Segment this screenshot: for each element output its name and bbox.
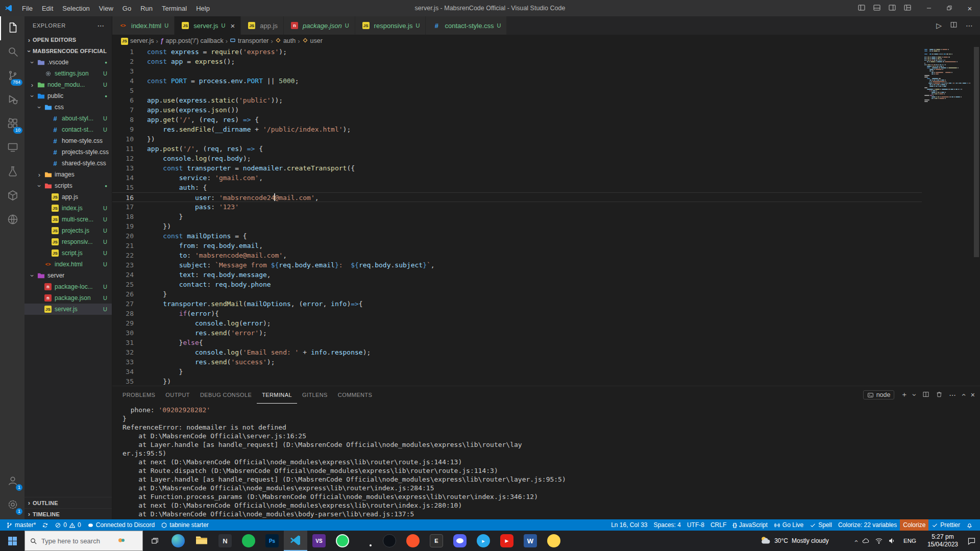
split-terminal-button[interactable] xyxy=(922,391,929,399)
status-encoding[interactable]: UTF-8 xyxy=(684,519,707,531)
folder-public[interactable]: ›public● xyxy=(24,90,112,102)
status-go-live[interactable]: Go Live xyxy=(771,519,806,531)
search-input[interactable] xyxy=(41,537,113,545)
activity-testing[interactable] xyxy=(0,160,24,184)
code-line[interactable]: 5 xyxy=(112,86,922,95)
clock[interactable]: 5:27 pm 15/04/2023 xyxy=(923,533,962,548)
taskbar-app-github[interactable] xyxy=(378,531,401,551)
start-button[interactable] xyxy=(0,531,24,551)
code-line[interactable]: 3 xyxy=(112,66,922,76)
menu-help[interactable]: Help xyxy=(191,0,214,16)
taskbar-app-spotify[interactable] xyxy=(237,531,260,551)
status-tabnine[interactable]: tabnine starter xyxy=(158,519,212,531)
code-line[interactable]: 27 transporter.sendMail(mailOptions, (er… xyxy=(112,299,922,309)
activity-accounts[interactable]: 1 xyxy=(0,469,24,493)
code-line[interactable]: 2const app = express(); xyxy=(112,57,922,66)
file-home-style-css[interactable]: #home-style.css xyxy=(24,135,112,146)
toggle-panel-icon[interactable] xyxy=(873,4,881,13)
customize-layout-icon[interactable] xyxy=(903,4,912,13)
taskbar-app-notepad[interactable]: N xyxy=(213,531,237,551)
code-line[interactable]: 23 subject: `Message from ${req.body.ema… xyxy=(112,260,922,270)
taskbar-app-photoshop[interactable]: Ps xyxy=(260,531,284,551)
menu-view[interactable]: View xyxy=(94,0,118,16)
code-line[interactable]: 29 console.log(error); xyxy=(112,318,922,328)
status-colorize-info[interactable]: Colorize: 22 variables xyxy=(835,519,900,531)
folder-images[interactable]: ›images xyxy=(24,169,112,180)
code-line[interactable]: 28 if(error){ xyxy=(112,309,922,318)
tab-index-html[interactable]: <>index.htmlU xyxy=(112,16,175,35)
close-panel-icon[interactable]: × xyxy=(971,391,975,399)
breadcrumb-item[interactable]: auth xyxy=(275,37,296,45)
panel-tab-output[interactable]: OUTPUT xyxy=(160,386,195,404)
minimap[interactable] xyxy=(922,47,973,386)
menu-run[interactable]: Run xyxy=(136,0,157,16)
tab-package-json[interactable]: npackage.jsonU xyxy=(284,16,355,35)
new-terminal-button[interactable]: ＋ xyxy=(900,390,908,399)
file-multi-scre[interactable]: JSmulti-scre...U xyxy=(24,214,112,225)
taskbar-app-edge[interactable] xyxy=(166,531,190,551)
panel-tab-gitlens[interactable]: GITLENS xyxy=(297,386,333,404)
status-eol[interactable]: CRLF xyxy=(707,519,729,531)
activity-docker[interactable] xyxy=(0,184,24,208)
code-line[interactable]: 14 service: 'gmail.com', xyxy=(112,173,922,183)
file-projects-js[interactable]: JSprojects.jsU xyxy=(24,225,112,236)
activity-settings[interactable]: 1 xyxy=(0,493,24,517)
taskbar-app-telegram[interactable]: ▸ xyxy=(472,531,495,551)
code-line[interactable]: 34 } xyxy=(112,367,922,377)
menu-terminal[interactable]: Terminal xyxy=(157,0,191,16)
more-actions-icon[interactable]: ⋯ xyxy=(97,21,105,30)
volume-icon[interactable] xyxy=(888,537,896,545)
code-line[interactable]: 32 console.log('Email send: ' + info.res… xyxy=(112,347,922,357)
file-app-js[interactable]: JSapp.js xyxy=(24,191,112,203)
activity-extensions[interactable]: 10 xyxy=(0,112,24,136)
maximize-panel-icon[interactable]: › xyxy=(959,394,967,396)
tab-server-js[interactable]: JSserver.jsU× xyxy=(175,16,241,35)
folder-vscode[interactable]: ›.vscode● xyxy=(24,57,112,68)
taskbar-app-vscode[interactable] xyxy=(284,531,307,551)
split-editor-button[interactable] xyxy=(950,21,958,30)
taskbar-app-lightbulb[interactable] xyxy=(542,531,566,551)
taskbar-search[interactable] xyxy=(24,531,143,551)
breadcrumb-item[interactable]: JSserver.js xyxy=(121,37,154,45)
terminal-profile[interactable]: node xyxy=(863,390,895,399)
status-spell[interactable]: Spell xyxy=(806,519,835,531)
code-line[interactable]: 35 }) xyxy=(112,377,922,386)
taskbar-app-visual-studio[interactable]: VS xyxy=(307,531,331,551)
tab-app-js[interactable]: JSapp.js xyxy=(241,16,284,35)
panel-tab-comments[interactable]: COMMENTS xyxy=(333,386,377,404)
code-line[interactable]: 26 } xyxy=(112,289,922,299)
status-prettier[interactable]: Prettier xyxy=(928,519,963,531)
folder-css[interactable]: ›css xyxy=(24,102,112,113)
folder-node-modu[interactable]: ›node_modu...U xyxy=(24,79,112,90)
taskbar-app-epic[interactable]: E xyxy=(425,531,448,551)
taskbar-app-brave[interactable] xyxy=(401,531,425,551)
task-view-button[interactable] xyxy=(143,531,166,551)
breadcrumb-item[interactable]: user xyxy=(302,37,323,45)
activity-remote-explorer[interactable] xyxy=(0,136,24,160)
code-line[interactable]: 1const express = require('express'); xyxy=(112,47,922,57)
keyboard-language[interactable]: ENG xyxy=(901,538,918,544)
file-index-html[interactable]: <>index.htmlU xyxy=(24,259,112,270)
panel-more-actions[interactable]: ⋯ xyxy=(949,391,956,399)
breadcrumb-item[interactable]: ƒapp.post('/') callback xyxy=(160,37,224,44)
tray-expand-icon[interactable]: › xyxy=(851,540,859,542)
taskbar-app-whatsapp[interactable] xyxy=(331,531,354,551)
code-line[interactable]: 17 pass: '123' xyxy=(112,202,922,212)
file-settings-json[interactable]: settings.jsonU xyxy=(24,68,112,79)
menu-edit[interactable]: Edit xyxy=(37,0,58,16)
file-package-loc[interactable]: npackage-loc...U xyxy=(24,281,112,292)
breadcrumb-item[interactable]: transporter xyxy=(230,37,268,45)
menu-go[interactable]: Go xyxy=(118,0,136,16)
code-line[interactable]: 31 }else{ xyxy=(112,338,922,347)
code-line[interactable]: 19 }) xyxy=(112,221,922,231)
status-notifications[interactable] xyxy=(963,519,976,531)
code-line[interactable]: 4const PORT = process.env.PORT || 5000; xyxy=(112,76,922,86)
tab-contact-style-css[interactable]: #contact-style.cssU xyxy=(426,16,507,35)
code-line[interactable]: 33 res.send('success'); xyxy=(112,357,922,367)
code-line[interactable]: 7app.use(express.json()) xyxy=(112,105,922,115)
file-script-js[interactable]: JSscript.jsU xyxy=(24,247,112,259)
panel-tab-problems[interactable]: PROBLEMS xyxy=(117,386,160,404)
run-button[interactable]: ▷ xyxy=(936,21,942,30)
file-package-json[interactable]: npackage.jsonU xyxy=(24,292,112,304)
activity-source-control[interactable]: 784 xyxy=(0,64,24,88)
